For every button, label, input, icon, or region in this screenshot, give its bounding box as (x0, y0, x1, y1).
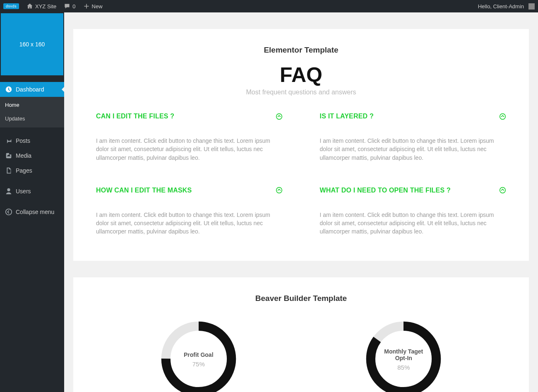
circle-up-icon (276, 113, 283, 120)
faq-heading: FAQ (96, 63, 506, 87)
gauge-percent: 85% (397, 364, 410, 371)
sidebar-item-label: Collapse menu (16, 209, 54, 215)
gauge-label: Profit Goal (184, 351, 214, 358)
card-title: Elementor Template (96, 46, 506, 55)
faq-item: IS IT LAYERED ? I am item content. Click… (320, 113, 507, 162)
sidebar-item-label: Home (5, 102, 19, 108)
gauge-percent: 75% (192, 361, 205, 368)
collapse-icon (5, 208, 12, 216)
comment-count: 0 (72, 3, 75, 10)
svg-point-4 (500, 188, 506, 193)
gauge-icon (5, 86, 12, 93)
gauge-label: Monthly Taget Opt-In (381, 348, 426, 361)
new-label: New (92, 3, 103, 10)
sidebar-item-label: Pages (16, 167, 32, 174)
greeting-text: Hello, Client-Admin (478, 3, 524, 10)
sidebar-item-label: Dashboard (16, 86, 44, 93)
sidebar-item-pages[interactable]: Pages (0, 163, 64, 178)
faq-toggle[interactable]: HOW CAN I EDIT THE MASKS (96, 187, 283, 194)
faq-toggle[interactable]: IS IT LAYERED ? (320, 113, 507, 120)
svg-point-0 (6, 209, 12, 215)
main-content: Elementor Template FAQ Most frequent que… (64, 12, 538, 392)
pages-icon (5, 167, 12, 174)
faq-question: HOW CAN I EDIT THE MASKS (96, 187, 192, 194)
media-icon (5, 152, 12, 159)
faq-question: IS IT LAYERED ? (320, 113, 374, 120)
gauge-profit-goal: Profit Goal 75% (159, 320, 238, 392)
sidebar-item-label: Media (16, 152, 31, 159)
comments-link[interactable]: 0 (64, 3, 75, 10)
faq-item: HOW CAN I EDIT THE MASKS I am item conte… (96, 187, 283, 236)
sidebar-item-dashboard[interactable]: Dashboard (0, 82, 64, 97)
sidebar-item-label: Users (16, 188, 31, 195)
faq-item: CAN I EDIT THE FILES ? I am item content… (96, 113, 283, 162)
admin-sidebar: 160 x 160 Dashboard Home Updates Posts M… (0, 12, 64, 392)
user-icon (5, 188, 12, 195)
faq-toggle[interactable]: CAN I EDIT THE FILES ? (96, 113, 283, 120)
avatar (528, 3, 535, 10)
circle-up-icon (499, 187, 506, 194)
sidebar-item-label: Posts (16, 137, 30, 144)
svg-point-1 (276, 113, 282, 119)
admin-bar: dsvds XYZ Site 0 New Hello, Client-Admin (0, 0, 538, 12)
faq-subheading: Most frequent questions and answers (96, 89, 506, 96)
sidebar-item-posts[interactable]: Posts (0, 133, 64, 148)
card-title: Beaver Builder Template (96, 294, 506, 303)
new-link[interactable]: New (83, 3, 103, 10)
plus-icon (83, 3, 90, 10)
svg-point-2 (500, 113, 506, 119)
home-icon (26, 3, 33, 10)
faq-question: CAN I EDIT THE FILES ? (96, 113, 174, 120)
circle-up-icon (499, 113, 506, 120)
pushpin-icon (5, 137, 12, 144)
site-link[interactable]: XYZ Site (26, 3, 56, 10)
faq-answer: I am item content. Click edit button to … (96, 211, 283, 236)
faq-toggle[interactable]: WHAT DO I NEED TO OPEN THE FILES ? (320, 187, 507, 194)
sidebar-item-media[interactable]: Media (0, 148, 64, 163)
sidebar-item-updates[interactable]: Updates (0, 112, 64, 127)
faq-item: WHAT DO I NEED TO OPEN THE FILES ? I am … (320, 187, 507, 236)
sidebar-logo[interactable]: 160 x 160 (1, 13, 63, 75)
faq-answer: I am item content. Click edit button to … (96, 137, 283, 162)
faq-question: WHAT DO I NEED TO OPEN THE FILES ? (320, 187, 451, 194)
adminbar-badge[interactable]: dsvds (3, 3, 19, 9)
faq-answer: I am item content. Click edit button to … (320, 137, 507, 162)
faq-answer: I am item content. Click edit button to … (320, 211, 507, 236)
circle-up-icon (276, 187, 283, 194)
gauge-monthly-target: Monthly Taget Opt-In 85% (364, 320, 443, 392)
sidebar-item-label: Updates (5, 115, 25, 122)
account-link[interactable]: Hello, Client-Admin (478, 3, 535, 10)
logo-placeholder-text: 160 x 160 (19, 41, 45, 48)
sidebar-item-collapse[interactable]: Collapse menu (0, 204, 64, 219)
elementor-template-card: Elementor Template FAQ Most frequent que… (73, 29, 529, 261)
site-name: XYZ Site (35, 3, 56, 10)
beaver-builder-card: Beaver Builder Template Profit Goal 75% (73, 277, 529, 392)
svg-point-3 (276, 188, 282, 193)
sidebar-item-users[interactable]: Users (0, 184, 64, 199)
comment-icon (64, 3, 70, 10)
sidebar-item-home[interactable]: Home (0, 97, 64, 112)
